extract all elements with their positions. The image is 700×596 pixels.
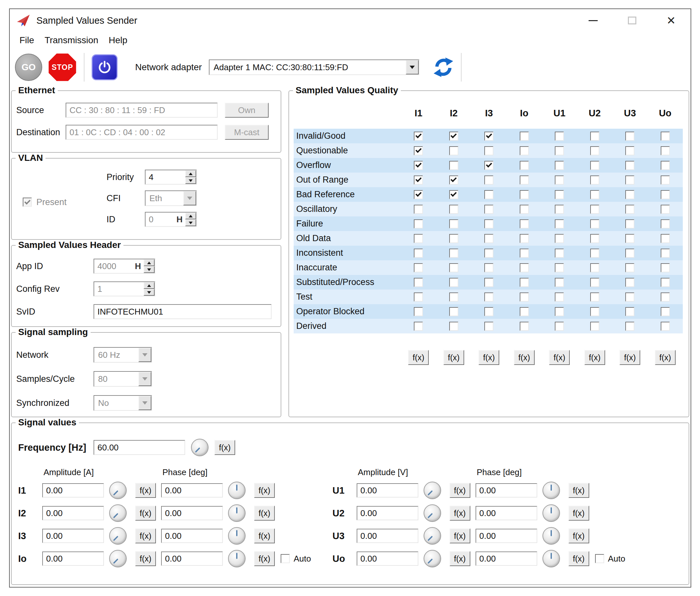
quality-checkbox-u1-test[interactable] (555, 293, 564, 302)
quality-fx-button-u1[interactable]: f(x) (549, 350, 570, 365)
amplitude-knob-u2[interactable] (423, 504, 441, 522)
quality-checkbox-u3-failure[interactable] (625, 219, 634, 228)
quality-checkbox-io-substituted-process[interactable] (520, 278, 529, 287)
auto-checkbox-io[interactable]: Auto (281, 554, 311, 564)
phase-knob-i1[interactable] (228, 481, 245, 499)
phase-knob-u3[interactable] (542, 527, 560, 545)
quality-checkbox-uo-substituted-process[interactable] (661, 278, 670, 287)
quality-checkbox-u2-out-of-range[interactable] (590, 175, 599, 184)
quality-checkbox-u1-inaccurate[interactable] (555, 263, 564, 272)
quality-checkbox-u2-oscillatory[interactable] (590, 205, 599, 214)
quality-checkbox-i3-questionable[interactable] (484, 146, 493, 155)
quality-checkbox-u1-questionable[interactable] (555, 146, 564, 155)
quality-checkbox-i2-questionable[interactable] (449, 146, 458, 155)
quality-fx-button-io[interactable]: f(x) (514, 350, 535, 365)
quality-checkbox-io-overflow[interactable] (520, 161, 529, 170)
quality-checkbox-u2-invalid-good[interactable] (590, 132, 599, 141)
quality-checkbox-u2-derived[interactable] (590, 322, 599, 331)
amplitude-knob-i3[interactable] (109, 527, 127, 545)
priority-down-icon[interactable] (185, 177, 196, 184)
frequency-knob[interactable] (191, 439, 209, 456)
quality-checkbox-i1-test[interactable] (414, 293, 423, 302)
quality-checkbox-io-invalid-good[interactable] (520, 132, 529, 141)
quality-checkbox-u2-bad-reference[interactable] (590, 190, 599, 199)
quality-fx-button-uo[interactable]: f(x) (655, 350, 676, 365)
phase-knob-u1[interactable] (542, 481, 560, 499)
amplitude-knob-i1[interactable] (109, 481, 127, 499)
amplitude-knob-i2[interactable] (109, 504, 127, 522)
amplitude-fx-button-u2[interactable]: f(x) (449, 506, 470, 521)
refresh-adapters-icon[interactable] (433, 57, 454, 78)
menu-transmission[interactable]: Transmission (39, 34, 103, 47)
quality-checkbox-u3-invalid-good[interactable] (625, 132, 634, 141)
quality-checkbox-u3-test[interactable] (625, 293, 634, 302)
quality-checkbox-u2-inaccurate[interactable] (590, 263, 599, 272)
phase-knob-i2[interactable] (228, 504, 245, 522)
phase-input-u2[interactable] (475, 506, 537, 520)
config-rev-spinner[interactable]: 1 (94, 281, 155, 296)
quality-checkbox-u1-out-of-range[interactable] (555, 175, 564, 184)
quality-checkbox-u3-oscillatory[interactable] (625, 205, 634, 214)
phase-fx-button-uo[interactable]: f(x) (568, 551, 589, 566)
quality-checkbox-u1-operator-blocked[interactable] (555, 307, 564, 316)
quality-checkbox-uo-invalid-good[interactable] (661, 132, 670, 141)
amplitude-fx-button-uo[interactable]: f(x) (449, 551, 470, 566)
quality-checkbox-io-inconsistent[interactable] (520, 249, 529, 258)
amplitude-knob-uo[interactable] (423, 550, 441, 567)
amplitude-input-u1[interactable] (357, 483, 418, 498)
quality-checkbox-uo-old-data[interactable] (661, 234, 670, 243)
amplitude-knob-io[interactable] (109, 550, 127, 567)
quality-checkbox-u3-inconsistent[interactable] (625, 249, 634, 258)
phase-input-io[interactable] (161, 551, 223, 566)
power-button[interactable] (92, 54, 118, 80)
quality-checkbox-i3-oscillatory[interactable] (484, 205, 493, 214)
quality-checkbox-i2-inaccurate[interactable] (449, 263, 458, 272)
auto-checkbox-uo[interactable]: Auto (595, 554, 626, 564)
quality-checkbox-i1-inaccurate[interactable] (414, 263, 423, 272)
quality-checkbox-uo-overflow[interactable] (661, 161, 670, 170)
quality-checkbox-u2-substituted-process[interactable] (590, 278, 599, 287)
quality-checkbox-i1-derived[interactable] (414, 322, 423, 331)
quality-checkbox-uo-out-of-range[interactable] (661, 175, 670, 184)
frequency-fx-button[interactable]: f(x) (214, 440, 235, 455)
phase-fx-button-u2[interactable]: f(x) (568, 506, 589, 521)
amplitude-fx-button-i2[interactable]: f(x) (135, 506, 156, 521)
priority-up-icon[interactable] (185, 170, 196, 177)
phase-knob-u2[interactable] (542, 504, 560, 522)
amplitude-input-u3[interactable] (357, 529, 418, 543)
quality-checkbox-u2-questionable[interactable] (590, 146, 599, 155)
phase-fx-button-u1[interactable]: f(x) (568, 483, 589, 498)
amplitude-fx-button-u3[interactable]: f(x) (449, 528, 470, 543)
phase-knob-uo[interactable] (542, 550, 560, 567)
go-button[interactable]: GO (15, 54, 42, 81)
quality-checkbox-u3-derived[interactable] (625, 322, 634, 331)
quality-checkbox-u1-derived[interactable] (555, 322, 564, 331)
vlan-id-spinner[interactable]: 0 H (145, 212, 197, 227)
quality-checkbox-i2-out-of-range[interactable] (449, 175, 458, 184)
quality-checkbox-u3-old-data[interactable] (625, 234, 634, 243)
vlan-id-up-icon[interactable] (185, 213, 196, 219)
app-id-down-icon[interactable] (144, 266, 155, 273)
quality-checkbox-u2-operator-blocked[interactable] (590, 307, 599, 316)
quality-checkbox-io-failure[interactable] (520, 219, 529, 228)
quality-checkbox-uo-test[interactable] (661, 293, 670, 302)
phase-fx-button-io[interactable]: f(x) (254, 551, 275, 566)
quality-checkbox-uo-oscillatory[interactable] (661, 205, 670, 214)
quality-checkbox-i2-overflow[interactable] (449, 161, 458, 170)
minimize-button[interactable] (574, 9, 613, 32)
quality-checkbox-u2-failure[interactable] (590, 219, 599, 228)
quality-checkbox-i1-oscillatory[interactable] (414, 205, 423, 214)
phase-fx-button-i1[interactable]: f(x) (254, 483, 275, 498)
quality-checkbox-i3-operator-blocked[interactable] (484, 307, 493, 316)
quality-checkbox-i3-inconsistent[interactable] (484, 249, 493, 258)
quality-checkbox-u3-questionable[interactable] (625, 146, 634, 155)
quality-checkbox-uo-failure[interactable] (661, 219, 670, 228)
phase-fx-button-u3[interactable]: f(x) (568, 528, 589, 543)
config-rev-down-icon[interactable] (144, 289, 155, 296)
amplitude-input-u2[interactable] (357, 506, 418, 520)
frequency-input[interactable] (94, 440, 185, 455)
app-id-spinner[interactable]: 4000 H (94, 259, 155, 274)
quality-checkbox-uo-questionable[interactable] (661, 146, 670, 155)
quality-checkbox-uo-bad-reference[interactable] (661, 190, 670, 199)
quality-checkbox-u1-invalid-good[interactable] (555, 132, 564, 141)
